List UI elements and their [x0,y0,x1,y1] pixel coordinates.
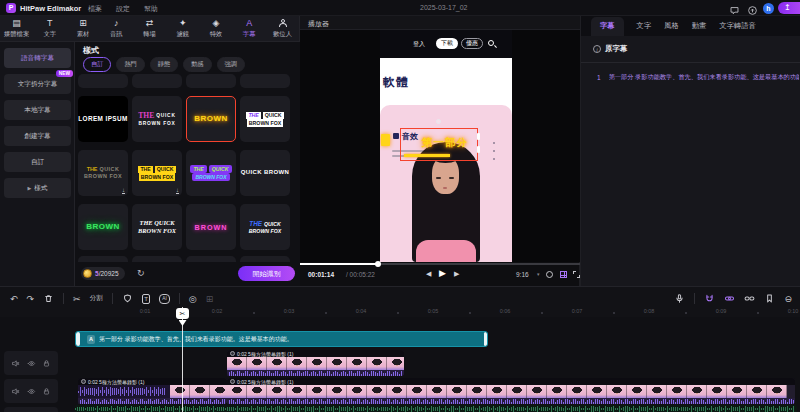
mute-icon[interactable] [11,382,20,400]
render-quality-icon[interactable] [546,271,553,278]
tab-文字[interactable]: 文字 [637,17,652,36]
template-card[interactable]: THEQUICKBROWN FOX↓ [78,150,128,196]
video-clip[interactable]: 0:02 5種方法螢幕錄影 (1) [227,350,404,376]
template-card[interactable]: THEQUICKBROWN FOX↓ [132,150,182,196]
ribbon-item-avatar[interactable]: 數位人 [266,16,299,41]
marker-icon[interactable] [764,293,775,304]
tab-風格[interactable]: 風格 [664,17,679,36]
t-glyph: T [142,294,151,304]
hide-icon[interactable] [27,354,36,372]
ribbon-item-media[interactable]: ▤媒體檔案 [0,16,33,41]
sidebar-item[interactable]: ▶樣式 [4,178,71,198]
template-card-selected[interactable]: BROWN [186,96,236,142]
undo-icon[interactable]: ↶ [10,293,18,305]
style-category-pill[interactable]: 強調 [217,57,245,72]
video-clip[interactable]: 0:02 5種方法螢幕錄影 (1) [227,378,795,404]
resize-handle[interactable] [477,146,480,153]
user-avatar[interactable]: h [763,3,774,14]
split-icon[interactable]: ✂ [73,293,81,305]
trash-icon[interactable] [43,293,54,304]
style-category-pill[interactable]: 靜態 [150,57,178,72]
clip-type-icon [230,379,235,384]
tab-動畫[interactable]: 動畫 [692,17,707,36]
text-tool-icon[interactable]: T [142,294,151,304]
style-category-pill[interactable]: 動感 [183,57,211,72]
clip-thumbnail [247,385,267,398]
start-recognition-button[interactable]: 開始識別 [238,266,295,281]
sidebar-item[interactable]: 創建字幕 [4,126,71,146]
rotate-handle[interactable] [436,119,441,124]
upgrade-icon[interactable] [747,2,758,13]
video-clip[interactable]: 0:02 5種方法螢幕錄影 (1) [78,378,227,404]
next-frame-button[interactable]: ▶ [454,269,459,279]
style-category-pill[interactable]: 熱門 [116,57,144,72]
link-icon[interactable] [724,293,735,304]
subtitle-clip[interactable]: A 第一部分 录影功能教学、首先、我们来看录影功能。这是最基本的功能。 [75,331,488,347]
style-category-pill[interactable]: 自訂 [83,57,111,72]
ribbon-item-filter[interactable]: ✦濾鏡 [166,16,199,41]
subtitle-overlay-text[interactable]: 第一部分 [422,136,468,150]
playhead-scissors-handle[interactable]: ✂ [176,308,189,319]
resize-handle[interactable] [477,133,480,140]
ribbon-item-subtitle[interactable]: A字幕 [233,16,266,41]
template-card[interactable]: THEQUICKBROWN FOX [132,96,182,142]
magnet-icon[interactable] [704,293,715,304]
sidebar-item[interactable]: 自訂 [4,152,71,172]
subtitle-row[interactable]: 1第一部分 录影功能教学、首先、我们来看录影功能、这是最基本的功能。 [581,70,800,84]
prev-frame-button[interactable]: ◀ [426,269,431,279]
split-screen-icon[interactable] [560,271,567,278]
template-card[interactable]: QUICK BROWN [240,150,290,196]
export-button[interactable]: ↥ [778,2,800,14]
mic-icon[interactable] [674,293,685,304]
template-card[interactable]: THEQUICKBROWN FOX [240,96,290,142]
fullscreen-icon[interactable] [573,271,580,278]
lock-icon[interactable] [42,382,51,400]
trim-handle-right[interactable] [484,332,488,346]
timeline-ruler[interactable]: 0:010:020:030:040:050:060:070:080:090:10 [0,307,800,317]
audio-clip[interactable] [75,405,797,412]
play-button[interactable]: ▶ [439,268,446,278]
zoom-out-icon[interactable]: ⊖ [784,293,792,305]
menu-item[interactable]: 檔案 [88,4,102,14]
sidebar-item[interactable]: 語音轉字幕 [4,48,71,68]
feedback-icon[interactable] [729,2,740,13]
menu-item[interactable]: 設定 [116,4,130,14]
redo-icon[interactable]: ↷ [27,293,35,305]
lock-icon[interactable] [42,354,51,372]
template-card[interactable]: LOREM IPSUM [78,96,128,142]
tab-文字轉語音[interactable]: 文字轉語音 [719,17,755,36]
refresh-icon[interactable]: ↻ [137,268,145,278]
template-text-line: THEQUICK [138,111,175,120]
trim-handle-left[interactable] [76,332,80,346]
mute-icon[interactable] [11,354,20,372]
tab-字幕[interactable]: 字幕 [591,17,624,36]
ribbon-item-effects[interactable]: ◈特效 [199,16,232,41]
hide-icon[interactable] [27,382,36,400]
clip-thumbnail [247,357,267,370]
sidebar-item[interactable]: 文字拆分字幕NEW [4,74,71,94]
template-card[interactable]: THEQUICKBROWN FOX [240,204,290,250]
template-card[interactable]: BROWN [78,204,128,250]
ai-subtitle-icon[interactable]: AI [159,294,170,304]
sidebar-item[interactable]: 本地字幕 [4,100,71,120]
template-text: QUICK [263,112,284,120]
video-frame[interactable]: 登入 下載 優惠 軟體 音效 [380,30,512,262]
ribbon-item-label: 特效 [210,30,223,39]
menu-item[interactable]: 幫助 [144,4,158,14]
keyframe-icon[interactable]: ◎ [189,293,197,305]
seekbar-knob[interactable] [375,261,381,267]
template-card[interactable]: THEQUICKBROWN FOX [186,150,236,196]
ribbon-item-audio[interactable]: ♪音訊 [100,16,133,41]
template-card[interactable]: BROWN [186,204,236,250]
aspect-ratio-select[interactable]: 9:16 [516,271,529,278]
shield-icon[interactable] [122,293,133,304]
template-card[interactable]: THE QUICKBROWN FOX [132,204,182,250]
ribbon-item-transition[interactable]: ⇄轉場 [133,16,166,41]
ribbon-item-elements[interactable]: ⊞素材 [66,16,99,41]
add-track-icon[interactable]: ⊞ [206,293,214,305]
template-text: THE QUICK [140,219,175,227]
ribbon-item-text[interactable]: T文字 [33,16,66,41]
ruler-tick-label: 0:08 [644,308,655,314]
unlink-icon[interactable] [744,293,755,304]
ruler-tick-dot [325,312,327,314]
